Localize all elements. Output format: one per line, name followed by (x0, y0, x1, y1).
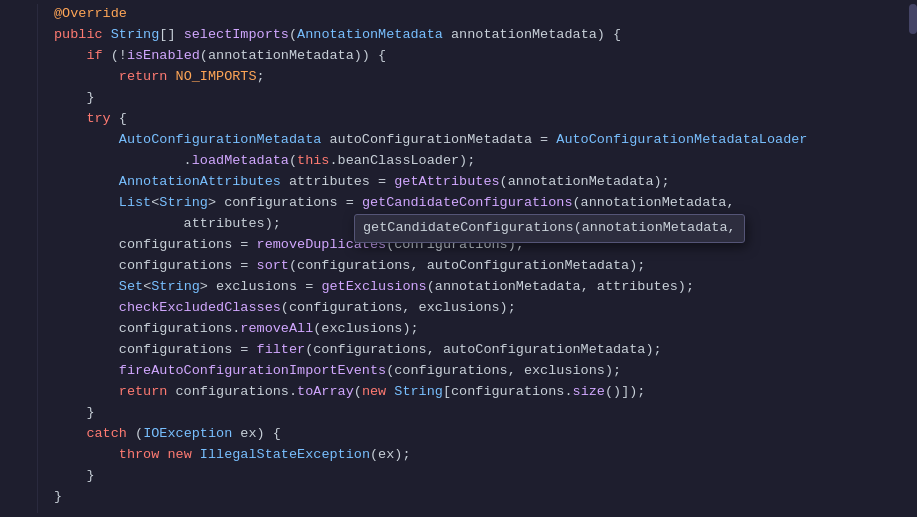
code-token: ; (257, 67, 265, 88)
table-row: throw new IllegalStateException(ex); (54, 445, 889, 466)
code-token: < (151, 193, 159, 214)
line-number (4, 382, 27, 403)
line-number (4, 319, 27, 340)
code-token: (! (103, 46, 127, 67)
code-token: try (86, 109, 110, 130)
code-token (54, 193, 119, 214)
table-row: AutoConfigurationMetadata autoConfigurat… (54, 130, 889, 151)
code-token: > exclusions = (200, 277, 322, 298)
code-token: [] (159, 25, 183, 46)
code-token: AutoConfigurationMetadata (119, 130, 322, 151)
code-token: > configurations = (208, 193, 362, 214)
line-number (4, 424, 27, 445)
code-token: toArray (297, 382, 354, 403)
code-token: (exclusions); (313, 319, 418, 340)
code-token: public (54, 25, 111, 46)
table-row: configurations = filter(configurations, … (54, 340, 889, 361)
line-number (4, 361, 27, 382)
code-token: removeAll (240, 319, 313, 340)
code-token: ( (127, 424, 143, 445)
line-number (4, 298, 27, 319)
code-token (54, 361, 119, 382)
code-token: ( (354, 382, 362, 403)
code-token: (annotationMetadata, (573, 193, 735, 214)
line-number (4, 277, 27, 298)
code-token: configurations = (54, 340, 257, 361)
code-token: getExclusions (321, 277, 426, 298)
code-content[interactable]: @Overridepublic String[] selectImports(A… (38, 4, 905, 513)
code-token: (annotationMetadata, attributes); (427, 277, 694, 298)
code-token: ex) { (232, 424, 281, 445)
code-token: if (86, 46, 102, 67)
table-row: return NO_IMPORTS; (54, 67, 889, 88)
code-editor: @Overridepublic String[] selectImports(A… (0, 0, 917, 517)
code-token: } (54, 466, 95, 487)
line-number (4, 67, 27, 88)
code-token: configurations. (54, 319, 240, 340)
code-token: sort (257, 256, 289, 277)
line-number (4, 151, 27, 172)
table-row: } (54, 403, 889, 424)
code-token (54, 445, 119, 466)
table-row: configurations = sort(configurations, au… (54, 256, 889, 277)
table-row: public String[] selectImports(Annotation… (54, 25, 889, 46)
line-number (4, 466, 27, 487)
code-token: (configurations, exclusions); (281, 298, 516, 319)
code-token: ()]); (605, 382, 646, 403)
table-row: @Override (54, 4, 889, 25)
code-token: (annotationMetadata)) { (200, 46, 386, 67)
table-row: } (54, 88, 889, 109)
autocomplete-popup[interactable]: getCandidateConfigurations(annotationMet… (354, 214, 745, 243)
code-token: String (159, 193, 208, 214)
code-token: new (167, 445, 191, 466)
table-row: List<String> configurations = getCandida… (54, 193, 889, 214)
code-token: IllegalStateException (200, 445, 370, 466)
code-token: (ex); (370, 445, 411, 466)
code-token: this (297, 151, 329, 172)
code-token: (configurations, exclusions); (386, 361, 621, 382)
code-token: selectImports (184, 25, 289, 46)
scrollbar[interactable] (905, 4, 917, 513)
table-row: configurations.removeAll(exclusions); (54, 319, 889, 340)
code-token: new (362, 382, 386, 403)
code-token: AnnotationAttributes (119, 172, 281, 193)
code-token: return (119, 382, 168, 403)
line-number (4, 4, 27, 25)
code-token: annotationMetadata) { (443, 25, 621, 46)
code-token (54, 424, 86, 445)
code-token: configurations. (167, 382, 297, 403)
table-row: if (!isEnabled(annotationMetadata)) { (54, 46, 889, 67)
table-row: Set<String> exclusions = getExclusions(a… (54, 277, 889, 298)
code-token: .beanClassLoader); (329, 151, 475, 172)
line-number (4, 172, 27, 193)
table-row: AnnotationAttributes attributes = getAtt… (54, 172, 889, 193)
scrollbar-thumb[interactable] (909, 4, 917, 34)
code-token: configurations = (54, 256, 257, 277)
code-token: } (54, 403, 95, 424)
code-token (54, 46, 86, 67)
code-token: (annotationMetadata); (500, 172, 670, 193)
code-token: } (54, 88, 95, 109)
code-token: < (143, 277, 151, 298)
code-token: String (111, 25, 160, 46)
line-number (4, 25, 27, 46)
code-token: List (119, 193, 151, 214)
code-token: checkExcludedClasses (119, 298, 281, 319)
code-token: . (54, 151, 192, 172)
code-token: loadMetadata (192, 151, 289, 172)
line-number (4, 88, 27, 109)
code-token: configurations = (54, 235, 257, 256)
code-token: attributes); (54, 214, 281, 235)
line-number (4, 109, 27, 130)
table-row: try { (54, 109, 889, 130)
line-number (4, 487, 27, 508)
code-token (54, 172, 119, 193)
code-token: String (394, 382, 443, 403)
line-number (4, 214, 27, 235)
line-number (4, 193, 27, 214)
table-row: fireAutoConfigurationImportEvents(config… (54, 361, 889, 382)
code-token (192, 445, 200, 466)
line-numbers (0, 4, 38, 513)
code-token: return (119, 67, 168, 88)
table-row: catch (IOException ex) { (54, 424, 889, 445)
